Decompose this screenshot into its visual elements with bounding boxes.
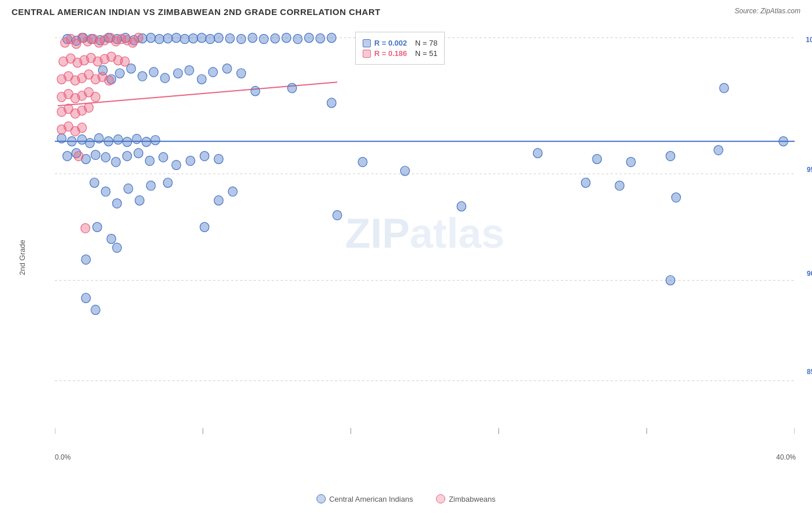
svg-point-27 — [189, 33, 198, 43]
chart-area: ZIPatlas — [32, 26, 795, 457]
bottom-legend-pink: Zimbabweans — [436, 494, 496, 503]
svg-point-36 — [282, 33, 291, 42]
svg-point-78 — [172, 161, 181, 170]
svg-point-88 — [714, 145, 723, 155]
x-tick-40: 40.0% — [776, 453, 796, 461]
svg-point-91 — [101, 187, 110, 196]
svg-point-103 — [81, 255, 91, 264]
svg-point-105 — [107, 234, 116, 244]
svg-point-104 — [93, 222, 102, 232]
legend-r-blue: R = 0.002 — [374, 39, 407, 47]
svg-point-29 — [206, 34, 215, 43]
bottom-label-pink: Zimbabweans — [449, 495, 496, 503]
svg-point-65 — [251, 86, 260, 95]
svg-point-47 — [114, 135, 123, 144]
svg-point-106 — [113, 243, 122, 252]
svg-point-90 — [90, 178, 99, 187]
svg-point-92 — [113, 199, 122, 208]
source-label: Source: ZipAtlas.com — [735, 7, 800, 15]
svg-point-25 — [172, 33, 181, 42]
svg-point-32 — [237, 34, 246, 43]
svg-point-93 — [124, 184, 133, 193]
svg-point-95 — [146, 181, 155, 190]
svg-point-144 — [105, 76, 114, 85]
svg-point-80 — [200, 151, 209, 161]
svg-point-46 — [104, 137, 113, 146]
chart-inner: ZIPatlas — [55, 26, 795, 440]
svg-point-42 — [68, 137, 77, 146]
svg-point-28 — [197, 33, 206, 42]
svg-point-109 — [457, 201, 466, 211]
scatter-plot — [55, 26, 795, 440]
svg-point-126 — [134, 33, 143, 42]
svg-point-57 — [149, 68, 158, 77]
bottom-label-blue: Central American Indians — [329, 495, 413, 503]
svg-point-60 — [185, 66, 194, 75]
svg-point-26 — [180, 34, 189, 43]
svg-point-136 — [120, 57, 129, 66]
svg-point-24 — [163, 33, 173, 43]
svg-point-50 — [142, 137, 151, 147]
svg-point-61 — [197, 74, 206, 84]
svg-point-84 — [533, 148, 542, 158]
bottom-legend-blue: Central American Indians — [316, 494, 413, 503]
svg-point-96 — [163, 178, 173, 187]
svg-point-31 — [225, 33, 234, 43]
svg-point-66 — [288, 83, 297, 92]
y-tick-85: 85.0% — [807, 368, 812, 376]
svg-point-99 — [581, 178, 590, 187]
bottom-swatch-blue — [316, 494, 326, 503]
svg-point-83 — [400, 166, 409, 176]
svg-point-62 — [208, 68, 218, 77]
legend-row-pink: R = 0.186 N = 51 — [363, 49, 437, 58]
svg-point-39 — [316, 33, 325, 43]
svg-point-23 — [155, 34, 164, 43]
legend-row-blue: R = 0.002 N = 78 — [363, 39, 437, 47]
svg-point-159 — [77, 123, 87, 132]
svg-point-94 — [135, 196, 144, 205]
y-tick-90: 90.0% — [807, 270, 812, 278]
x-tick-0: 0.0% — [55, 453, 70, 461]
svg-point-67 — [327, 98, 336, 107]
svg-point-35 — [271, 33, 280, 43]
svg-point-107 — [200, 222, 209, 232]
svg-point-22 — [146, 33, 155, 42]
svg-point-33 — [248, 33, 257, 42]
y-tick-100: 100.0% — [806, 36, 812, 44]
svg-point-30 — [214, 33, 224, 42]
svg-point-101 — [672, 193, 681, 202]
svg-point-56 — [138, 72, 147, 81]
svg-point-44 — [85, 139, 95, 148]
svg-point-34 — [259, 34, 269, 43]
svg-point-161 — [81, 223, 90, 233]
svg-point-37 — [293, 34, 303, 43]
svg-point-72 — [101, 152, 110, 162]
legend-swatch-blue — [363, 39, 371, 47]
svg-point-59 — [173, 69, 182, 78]
svg-point-48 — [122, 137, 132, 147]
y-tick-95: 95.0% — [807, 166, 812, 174]
svg-point-112 — [91, 305, 100, 314]
svg-point-111 — [81, 293, 91, 303]
chart-title: CENTRAL AMERICAN INDIAN VS ZIMBABWEAN 2N… — [12, 7, 381, 17]
svg-point-71 — [91, 150, 100, 159]
svg-point-81 — [214, 154, 224, 163]
svg-point-49 — [132, 134, 141, 143]
svg-point-79 — [186, 156, 195, 165]
svg-point-77 — [159, 152, 168, 162]
bottom-legend: Central American Indians Zimbabweans — [0, 494, 812, 503]
svg-point-97 — [214, 196, 224, 205]
svg-point-75 — [134, 148, 143, 158]
svg-point-89 — [779, 137, 788, 146]
svg-point-100 — [615, 181, 624, 190]
svg-point-68 — [63, 151, 72, 161]
svg-point-108 — [333, 211, 342, 220]
legend-r-pink: R = 0.186 — [374, 49, 407, 58]
y-axis-label: 2nd Grade — [18, 240, 27, 275]
svg-point-76 — [145, 156, 154, 165]
svg-point-155 — [84, 103, 94, 112]
legend-n-pink: N = 51 — [415, 49, 438, 58]
svg-point-74 — [122, 151, 132, 161]
svg-point-63 — [222, 64, 232, 73]
svg-point-41 — [57, 133, 66, 143]
